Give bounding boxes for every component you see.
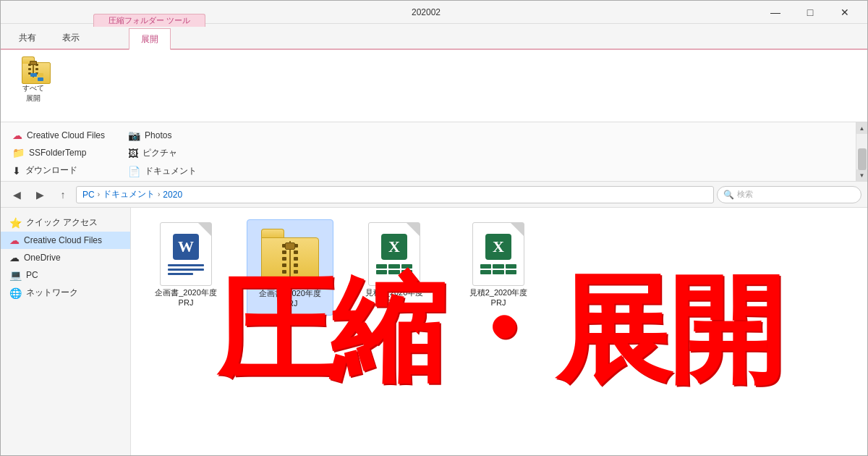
sidebar-label-onedrive: OneDrive [24,253,61,263]
content-area: ⭐ クイック アクセス ☁ Creative Cloud Files ☁ One… [1,208,867,455]
breadcrumb: PC › ドキュメント › 2020 [82,188,182,200]
nav-item-pictures-label: ピクチャ [142,147,177,159]
breadcrumb-pc[interactable]: PC [82,190,95,200]
quickaccess-icon: ⭐ [9,217,22,229]
extract-all-label: すべて展開 [22,83,44,104]
sidebar: ⭐ クイック アクセス ☁ Creative Cloud Files ☁ One… [1,208,131,455]
search-bar[interactable]: 🔍 検索 [717,186,861,203]
sidebar-cc-icon: ☁ [9,235,20,246]
tab-extract[interactable]: 展開 [129,28,171,50]
search-placeholder: 検索 [737,189,753,200]
file-grid: W 企画書_2020年度 PRJ [131,208,867,455]
pictures-icon: 🖼 [128,148,138,159]
sidebar-label-quickaccess: クイック アクセス [26,216,98,229]
ribbon-content: すべて展開 [1,50,867,122]
nav-item-documents-label: ドキュメント [145,165,197,177]
file-item-word[interactable]: W 企画書_2020年度 PRJ [142,219,229,314]
window-controls: — □ ✕ [759,1,861,24]
zip-folder-icon [261,226,319,284]
nav-item-cc-files[interactable]: ☁ Creative Cloud Files [9,128,108,143]
window: 202002 — □ ✕ 共有 表示 圧縮フォルダー ツール 展開 [0,0,868,456]
file-label-word: 企画書_2020年度 PRJ [155,287,217,308]
extract-all-icon [22,59,45,82]
nav-item-cc-label: Creative Cloud Files [27,130,105,140]
file-label-excel2: 見積2_2020年度 PRJ [469,287,528,308]
file-label-zip: 企画書_2020年度 PRJ [259,288,321,309]
search-icon: 🔍 [723,190,734,200]
up-button[interactable]: ↑ [53,185,73,205]
nav-item-documents[interactable]: 📄 ドキュメント [125,164,200,179]
sidebar-label-cc: Creative Cloud Files [24,235,102,245]
nav-item-ssfolder-label: SSFolderTemp [29,148,86,158]
file-item-zip[interactable]: 企画書_2020年度 PRJ [247,219,333,316]
ribbon-section-extract: すべて展開 [7,53,60,119]
sidebar-item-cc[interactable]: ☁ Creative Cloud Files [1,232,130,249]
nav-bar: ◀ ▶ ↑ PC › ドキュメント › 2020 🔍 検索 [1,182,867,208]
sidebar-label-network: ネットワーク [26,287,78,299]
pc-icon: 💻 [9,269,22,281]
nav-tree-area: ☁ Creative Cloud Files 📁 SSFolderTemp ⬇ … [1,122,867,182]
file-item-excel1[interactable]: X 見積1_2020年度 PRJ [351,219,438,314]
ribbon-group-label: 圧縮フォルダー ツール [93,14,205,27]
word-lines [168,264,204,275]
close-button[interactable]: ✕ [828,1,861,24]
sidebar-item-onedrive[interactable]: ☁ OneDrive [1,249,130,266]
excel-badge-1: X [381,234,407,260]
breadcrumb-docs[interactable]: ドキュメント [103,188,155,200]
forward-button[interactable]: ▶ [30,185,50,205]
nav-item-pictures[interactable]: 🖼 ピクチャ [125,145,200,161]
ribbon-tabs: 共有 表示 圧縮フォルダー ツール 展開 [1,24,867,50]
network-icon: 🌐 [9,287,22,299]
nav-item-download[interactable]: ⬇ ダウンロード [9,163,108,178]
nav-item-ssfolder[interactable]: 📁 SSFolderTemp [9,145,108,160]
word-doc-icon: W [157,225,215,283]
nav-item-photos-label: Photos [145,130,171,140]
excel-grid-1 [376,264,412,274]
back-button[interactable]: ◀ [7,185,27,205]
file-item-excel2[interactable]: X 見積2_2020年度 PRJ [455,219,542,314]
nav-item-photos[interactable]: 📷 Photos [125,128,200,143]
scroll-track[interactable] [856,134,868,169]
tab-share[interactable]: 共有 [7,27,48,48]
scroll-thumb[interactable] [858,148,867,170]
photos-icon: 📷 [128,130,140,141]
scroll-down-arrow[interactable]: ▼ [856,169,868,181]
maximize-button[interactable]: □ [793,1,827,24]
nav-item-download-label: ダウンロード [25,164,77,177]
download-icon: ⬇ [12,165,21,177]
documents-icon: 📄 [128,166,140,177]
cc-icon: ☁ [12,130,22,141]
excel1-icon: X [365,225,423,283]
excel2-icon: X [469,225,527,283]
nav-tree-content: ☁ Creative Cloud Files 📁 SSFolderTemp ⬇ … [1,122,856,181]
address-bar[interactable]: PC › ドキュメント › 2020 [76,186,714,203]
breadcrumb-year[interactable]: 2020 [163,190,182,200]
sidebar-label-pc: PC [26,270,38,280]
excel-badge-2: X [485,234,511,260]
sidebar-item-pc[interactable]: 💻 PC [1,266,130,284]
zip-body [261,237,319,281]
nav-col-1: ☁ Creative Cloud Files 📁 SSFolderTemp ⬇ … [9,128,108,175]
excel-grid-2 [480,264,516,274]
tab-view[interactable]: 表示 [50,27,92,48]
word-badge: W [173,234,199,260]
sidebar-item-network[interactable]: 🌐 ネットワーク [1,284,130,302]
extract-all-button[interactable]: すべて展開 [15,56,51,106]
file-label-excel1: 見積1_2020年度 PRJ [365,287,424,308]
nav-scrollbar[interactable]: ▲ ▼ [856,122,867,181]
ribbon-buttons: すべて展開 [15,56,51,106]
ssfolder-icon: 📁 [12,147,25,159]
minimize-button[interactable]: — [759,1,792,24]
scroll-up-arrow[interactable]: ▲ [856,122,868,134]
nav-col-2: 📷 Photos 🖼 ピクチャ 📄 ドキュメント [125,128,200,175]
onedrive-icon: ☁ [9,252,20,263]
sidebar-item-quickaccess[interactable]: ⭐ クイック アクセス [1,214,130,232]
